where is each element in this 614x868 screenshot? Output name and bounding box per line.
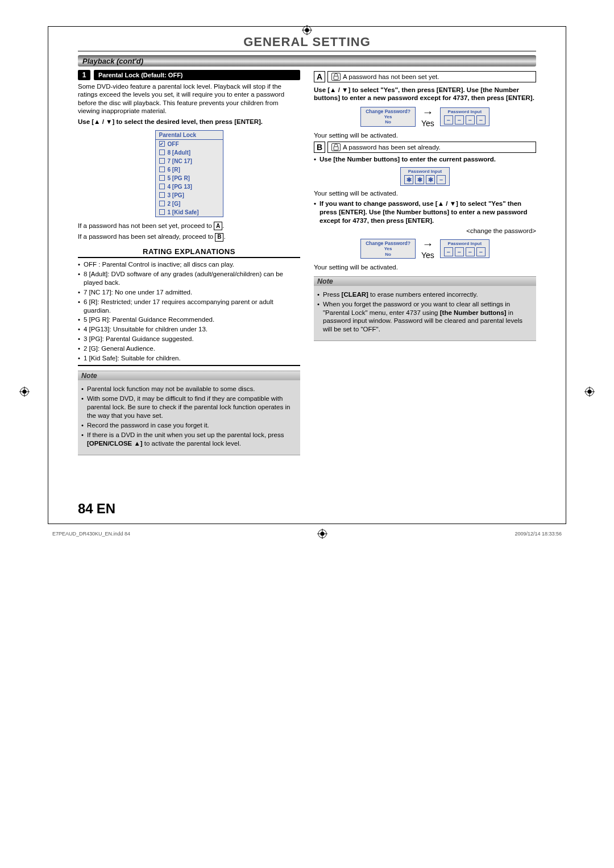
change-instruction: If you want to change password, use [▲ /…	[314, 200, 536, 225]
left-column: 1 Parental Lock (Default: OFF) Some DVD-…	[78, 70, 300, 455]
pw-field: –	[466, 115, 475, 124]
rating-item: OFF : Parental Control is inactive; all …	[78, 260, 300, 269]
proceed-a: If a password has not been set yet, proc…	[78, 222, 300, 230]
note-item: Record the password in case you forget i…	[81, 421, 297, 430]
pw-field: ✱	[404, 175, 413, 184]
menu-item: 5 [PG R]	[156, 174, 223, 182]
title-rule	[78, 51, 536, 52]
password-input-box: Password Input – – – –	[440, 239, 489, 258]
menu-item: 7 [NC 17]	[156, 157, 223, 165]
password-input-box: Password Input – – – –	[440, 107, 489, 126]
arrow-icon: →	[422, 106, 433, 119]
block-a-letter: A	[314, 71, 325, 82]
intro-text: Some DVD-video feature a parental lock l…	[78, 82, 300, 115]
menu-item: 8 [Adult]	[156, 148, 223, 157]
page-lang: EN	[97, 501, 115, 517]
menu-item: 1 [Kid Safe]	[156, 208, 223, 217]
step-label: Parental Lock (Default: OFF)	[94, 70, 300, 80]
pw-field: –	[444, 115, 453, 124]
note-item: Parental lock function may not be availa…	[81, 385, 297, 393]
diagram-b: Password Input ✱ ✱ ✱ –	[314, 167, 536, 186]
inline-letter-b: B	[215, 233, 223, 242]
diagram-change: Change Password? Yes No → Yes Password I…	[314, 238, 536, 260]
crop-mark-top	[302, 25, 312, 35]
page-footer: 84 EN	[78, 455, 536, 517]
arrow-label: Yes	[421, 251, 434, 260]
change-caption: <change the password>	[314, 227, 536, 234]
proceed-b: If a password has been set already, proc…	[78, 232, 300, 241]
block-b-letter: B	[314, 142, 325, 153]
password-input-box: Password Input ✱ ✱ ✱ –	[400, 167, 450, 186]
pw-field: –	[455, 115, 464, 124]
lock-icon	[331, 73, 341, 81]
page-border: GENERAL SETTING Playback (cont'd) 1 Pare…	[48, 26, 566, 524]
inline-letter-a: A	[214, 222, 222, 230]
ratings-list: OFF : Parental Control is inactive; all …	[78, 260, 300, 363]
note-body: Parental lock function may not be availa…	[78, 380, 300, 455]
diagram-a: Change Password? Yes No → Yes Password I…	[314, 106, 536, 128]
right-column: A A password has not been set yet. Use […	[314, 70, 536, 455]
pw-field: –	[455, 247, 464, 256]
pw-field: –	[466, 247, 475, 256]
menu-item: 6 [R]	[156, 165, 223, 174]
rating-item: 6 [R]: Restricted; under 17 requires acc…	[78, 298, 300, 315]
change-password-dialog: Change Password? Yes No	[360, 239, 416, 259]
change-after: Your setting will be activated.	[314, 263, 536, 271]
svg-rect-13	[334, 147, 338, 150]
arrow-label: Yes	[421, 119, 434, 128]
crop-mark-right	[584, 387, 595, 397]
step-number: 1	[78, 70, 90, 80]
change-password-dialog: Change Password? Yes No	[360, 107, 416, 127]
note-item: Press [CLEAR] to erase numbers entered i…	[317, 290, 533, 299]
footer-file: E7PEAUD_DR430KU_EN.indd 84	[52, 531, 130, 537]
crop-mark-left	[19, 387, 30, 397]
rating-item: 7 [NC 17]: No one under 17 admitted.	[78, 288, 300, 297]
parental-lock-menu: Parental Lock ✔OFF 8 [Adult] 7 [NC 17] 6…	[155, 130, 223, 217]
note-title: Note	[78, 371, 300, 380]
print-footer: E7PEAUD_DR430KU_EN.indd 84 2009/12/14 18…	[48, 528, 566, 540]
block-b-box: A password has been set already.	[327, 142, 536, 153]
pw-field: –	[476, 247, 486, 256]
ratings-heading: RATING EXPLANATIONS	[78, 247, 300, 258]
section-bar: Playback (cont'd)	[78, 55, 536, 67]
section-bar-label: Playback (cont'd)	[82, 57, 143, 65]
note-item: When you forget the password or you want…	[317, 300, 533, 334]
pw-field: ✱	[415, 175, 424, 184]
block-a-box: A password has not been set yet.	[327, 71, 536, 82]
footer-date: 2009/12/14 18:33:56	[515, 531, 562, 537]
crop-mark-bottom	[317, 529, 327, 539]
pw-field: –	[476, 115, 486, 124]
menu-item: 3 [PG]	[156, 191, 223, 200]
pw-field: –	[437, 175, 446, 184]
note-item: If there is a DVD in the unit when you s…	[81, 431, 297, 448]
menu-item-off: ✔OFF	[156, 140, 223, 148]
pw-field: –	[444, 247, 453, 256]
instruction-text: Use [▲ / ▼] to select the desired level,…	[78, 118, 300, 126]
note-body: Press [CLEAR] to erase numbers entered i…	[314, 286, 536, 342]
menu-item: 4 [PG 13]	[156, 182, 223, 191]
note-title: Note	[314, 276, 536, 286]
rating-item: 4 [PG13]: Unsuitable for children under …	[78, 325, 300, 334]
arrow-icon: →	[422, 238, 433, 251]
rating-item: 8 [Adult]: DVD software of any grades (a…	[78, 270, 300, 287]
pw-field: ✱	[426, 175, 435, 184]
lock-icon	[331, 143, 341, 151]
page-title: GENERAL SETTING	[78, 35, 536, 49]
note-item: With some DVD, it may be difficult to fi…	[81, 394, 297, 420]
block-b-after: Your setting will be activated.	[314, 189, 536, 197]
rating-item: 5 [PG R]: Parental Guidance Recommended.	[78, 315, 300, 324]
menu-item: 2 [G]	[156, 200, 223, 208]
rating-item: 3 [PG]: Parental Guidance suggested.	[78, 335, 300, 343]
block-b-instruction: Use [the Number buttons] to enter the cu…	[314, 155, 536, 164]
rating-item: 2 [G]: General Audience.	[78, 344, 300, 353]
page-number: 84	[78, 501, 93, 517]
block-a-instruction: Use [▲ / ▼] to select "Yes", then press …	[314, 86, 536, 102]
block-a-after: Your setting will be activated.	[314, 131, 536, 139]
svg-rect-12	[334, 76, 338, 80]
rating-item: 1 [Kid Safe]: Suitable for children.	[78, 354, 300, 363]
menu-title: Parental Lock	[156, 131, 223, 140]
